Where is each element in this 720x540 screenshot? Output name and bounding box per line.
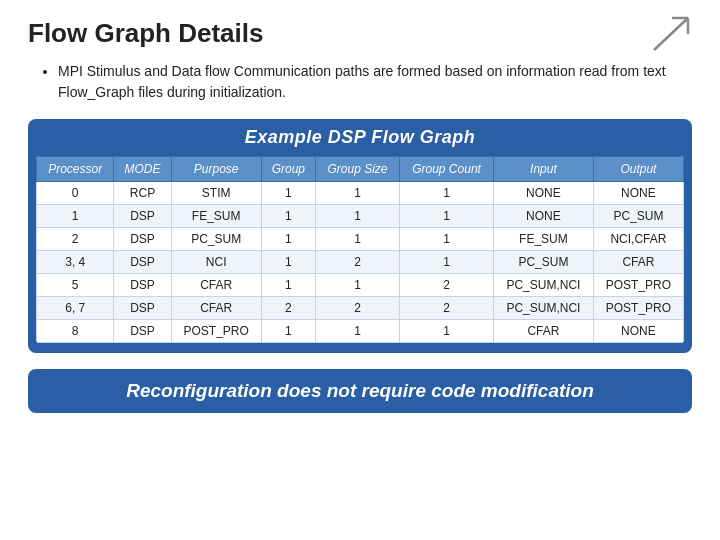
table-cell-r2-c0: 2 xyxy=(37,228,114,251)
table-cell-r6-c4: 1 xyxy=(315,320,399,343)
col-header-processor: Processor xyxy=(37,157,114,182)
svg-line-0 xyxy=(654,18,688,50)
table-cell-r6-c2: POST_PRO xyxy=(171,320,261,343)
bullet-list: MPI Stimulus and Data flow Communication… xyxy=(40,61,692,103)
col-header-mode: MODE xyxy=(114,157,171,182)
table-cell-r1-c7: PC_SUM xyxy=(593,205,683,228)
logo-area xyxy=(644,12,698,56)
table-cell-r4-c0: 5 xyxy=(37,274,114,297)
table-cell-r1-c3: 1 xyxy=(261,205,315,228)
table-cell-r1-c5: 1 xyxy=(400,205,494,228)
table-cell-r0-c7: NONE xyxy=(593,182,683,205)
col-header-purpose: Purpose xyxy=(171,157,261,182)
table-title: Example DSP Flow Graph xyxy=(36,127,684,148)
table-cell-r4-c3: 1 xyxy=(261,274,315,297)
table-cell-r5-c1: DSP xyxy=(114,297,171,320)
table-cell-r4-c6: PC_SUM,NCI xyxy=(494,274,594,297)
col-header-output: Output xyxy=(593,157,683,182)
table-body: 0RCPSTIM111NONENONE1DSPFE_SUM111NONEPC_S… xyxy=(37,182,684,343)
table-row: 3, 4DSPNCI121PC_SUMCFAR xyxy=(37,251,684,274)
table-cell-r4-c2: CFAR xyxy=(171,274,261,297)
col-header-input: Input xyxy=(494,157,594,182)
table-cell-r1-c2: FE_SUM xyxy=(171,205,261,228)
table-cell-r2-c2: PC_SUM xyxy=(171,228,261,251)
table-cell-r5-c3: 2 xyxy=(261,297,315,320)
table-cell-r5-c5: 2 xyxy=(400,297,494,320)
table-cell-r6-c5: 1 xyxy=(400,320,494,343)
table-cell-r3-c5: 1 xyxy=(400,251,494,274)
table-cell-r6-c6: CFAR xyxy=(494,320,594,343)
table-cell-r2-c7: NCI,CFAR xyxy=(593,228,683,251)
table-cell-r0-c4: 1 xyxy=(315,182,399,205)
table-row: 2DSPPC_SUM111FE_SUMNCI,CFAR xyxy=(37,228,684,251)
page: Flow Graph Details MPI Stimulus and Data… xyxy=(0,0,720,540)
table-cell-r5-c6: PC_SUM,NCI xyxy=(494,297,594,320)
table-container: Example DSP Flow Graph Processor MODE Pu… xyxy=(28,119,692,353)
arrow-logo-icon xyxy=(644,12,698,56)
table-cell-r5-c4: 2 xyxy=(315,297,399,320)
table-cell-r0-c1: RCP xyxy=(114,182,171,205)
table-cell-r2-c4: 1 xyxy=(315,228,399,251)
table-cell-r0-c5: 1 xyxy=(400,182,494,205)
table-cell-r1-c4: 1 xyxy=(315,205,399,228)
page-title: Flow Graph Details xyxy=(28,18,692,49)
table-cell-r6-c7: NONE xyxy=(593,320,683,343)
bullet-section: MPI Stimulus and Data flow Communication… xyxy=(40,61,692,103)
table-cell-r0-c6: NONE xyxy=(494,182,594,205)
table-row: 6, 7DSPCFAR222PC_SUM,NCIPOST_PRO xyxy=(37,297,684,320)
flow-graph-table: Processor MODE Purpose Group Group Size … xyxy=(36,156,684,343)
table-cell-r2-c5: 1 xyxy=(400,228,494,251)
table-cell-r1-c1: DSP xyxy=(114,205,171,228)
table-cell-r6-c0: 8 xyxy=(37,320,114,343)
table-cell-r3-c6: PC_SUM xyxy=(494,251,594,274)
table-cell-r2-c6: FE_SUM xyxy=(494,228,594,251)
bullet-item-0: MPI Stimulus and Data flow Communication… xyxy=(58,61,692,103)
col-header-group-count: Group Count xyxy=(400,157,494,182)
table-cell-r6-c3: 1 xyxy=(261,320,315,343)
table-cell-r3-c2: NCI xyxy=(171,251,261,274)
table-cell-r5-c7: POST_PRO xyxy=(593,297,683,320)
table-cell-r3-c1: DSP xyxy=(114,251,171,274)
table-cell-r1-c0: 1 xyxy=(37,205,114,228)
table-cell-r4-c1: DSP xyxy=(114,274,171,297)
table-row: 8DSPPOST_PRO111CFARNONE xyxy=(37,320,684,343)
table-cell-r1-c6: NONE xyxy=(494,205,594,228)
table-cell-r0-c2: STIM xyxy=(171,182,261,205)
table-cell-r2-c1: DSP xyxy=(114,228,171,251)
table-cell-r6-c1: DSP xyxy=(114,320,171,343)
table-cell-r0-c3: 1 xyxy=(261,182,315,205)
table-row: 0RCPSTIM111NONENONE xyxy=(37,182,684,205)
table-cell-r2-c3: 1 xyxy=(261,228,315,251)
table-cell-r3-c3: 1 xyxy=(261,251,315,274)
table-row: 5DSPCFAR112PC_SUM,NCIPOST_PRO xyxy=(37,274,684,297)
table-cell-r0-c0: 0 xyxy=(37,182,114,205)
table-cell-r4-c5: 2 xyxy=(400,274,494,297)
table-header-row: Processor MODE Purpose Group Group Size … xyxy=(37,157,684,182)
bottom-banner: Reconfiguration does not require code mo… xyxy=(28,369,692,413)
table-row: 1DSPFE_SUM111NONEPC_SUM xyxy=(37,205,684,228)
table-cell-r3-c7: CFAR xyxy=(593,251,683,274)
table-cell-r3-c4: 2 xyxy=(315,251,399,274)
col-header-group-size: Group Size xyxy=(315,157,399,182)
table-cell-r4-c7: POST_PRO xyxy=(593,274,683,297)
table-cell-r5-c0: 6, 7 xyxy=(37,297,114,320)
table-cell-r3-c0: 3, 4 xyxy=(37,251,114,274)
table-cell-r5-c2: CFAR xyxy=(171,297,261,320)
col-header-group: Group xyxy=(261,157,315,182)
table-cell-r4-c4: 1 xyxy=(315,274,399,297)
